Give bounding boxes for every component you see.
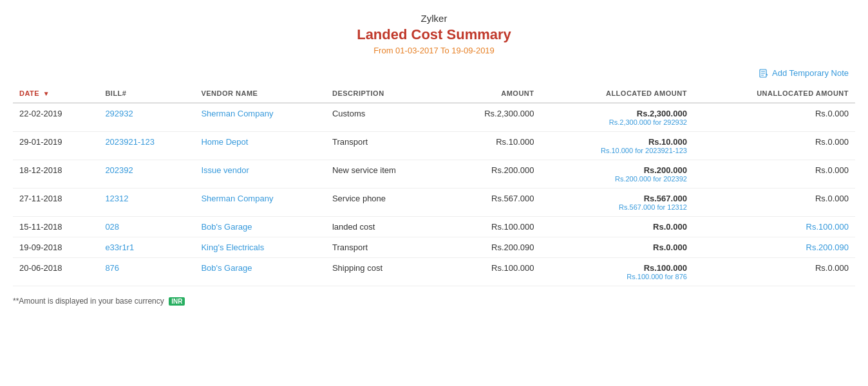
table-row: 19-09-2018e33r1r1King's ElectricalsTrans…	[13, 237, 855, 258]
org-name: Zylker	[13, 13, 855, 24]
allocated-main-value: Rs.10.000	[547, 137, 687, 147]
allocated-sub-value: Rs.10.000 for 2023921-123	[547, 147, 687, 154]
vendor-link[interactable]: Bob's Garage	[201, 222, 252, 232]
cell-allocated: Rs.0.000	[541, 217, 693, 237]
cell-vendor: Home Depot	[194, 132, 326, 160]
allocated-main-value: Rs.2,300.000	[547, 109, 687, 118]
allocated-main-value: Rs.0.000	[547, 222, 687, 232]
currency-badge: INR	[169, 297, 185, 306]
table-row: 15-11-2018028Bob's Garagelanded costRs.1…	[13, 217, 855, 237]
cell-bill: 202392	[99, 160, 194, 188]
cell-bill: 292932	[99, 103, 194, 132]
allocated-ref-link[interactable]: 12312	[667, 203, 687, 211]
bill-link[interactable]: e33r1r1	[105, 243, 134, 252]
cell-amount: Rs.200.090	[444, 237, 540, 258]
allocated-ref-link[interactable]: 876	[675, 273, 687, 280]
allocated-main-value: Rs.100.000	[547, 263, 687, 273]
cell-amount: Rs.567.000	[444, 188, 540, 217]
vendor-link[interactable]: Issue vendor	[201, 165, 249, 175]
table-row: 22-02-2019292932Sherman CompanyCustomsRs…	[13, 103, 855, 132]
cell-allocated: Rs.0.000	[541, 237, 693, 258]
cell-vendor: Sherman Company	[194, 188, 326, 217]
cell-bill: 2023921-123	[99, 132, 194, 160]
report-header: Zylker Landed Cost Summary From 01-03-20…	[13, 13, 855, 55]
cell-unallocated: Rs.100.000	[693, 217, 855, 237]
cell-unallocated: Rs.200.090	[693, 237, 855, 258]
cell-amount: Rs.100.000	[444, 258, 540, 286]
cell-bill: 028	[99, 217, 194, 237]
landed-cost-table: DATE ▼ BILL# VENDOR NAME DESCRIPTION AMO…	[13, 84, 855, 286]
cell-amount: Rs.2,300.000	[444, 103, 540, 132]
vendor-link[interactable]: Bob's Garage	[201, 263, 252, 273]
cell-unallocated: Rs.0.000	[693, 132, 855, 160]
allocated-sub-value: Rs.100.000 for 876	[547, 273, 687, 280]
cell-description: New service item	[326, 160, 444, 188]
cell-description: Service phone	[326, 188, 444, 217]
vendor-link[interactable]: Sherman Company	[201, 194, 273, 203]
cell-amount: Rs.10.000	[444, 132, 540, 160]
sort-arrow-icon: ▼	[43, 90, 50, 97]
cell-vendor: Issue vendor	[194, 160, 326, 188]
vendor-link[interactable]: King's Electricals	[201, 243, 264, 252]
cell-vendor: Bob's Garage	[194, 258, 326, 286]
cell-date: 22-02-2019	[13, 103, 99, 132]
col-bill: BILL#	[99, 84, 194, 103]
cell-date: 29-01-2019	[13, 132, 99, 160]
footnote: **Amount is displayed in your base curre…	[13, 297, 855, 306]
allocated-ref-link[interactable]: 2023921-123	[645, 147, 687, 154]
bill-link[interactable]: 202392	[105, 165, 133, 175]
cell-allocated: Rs.100.000Rs.100.000 for 876	[541, 258, 693, 286]
report-title: Landed Cost Summary	[13, 26, 855, 43]
bill-link[interactable]: 876	[105, 263, 119, 273]
cell-allocated: Rs.200.000Rs.200.000 for 202392	[541, 160, 693, 188]
allocated-sub-value: Rs.2,300.000 for 292932	[547, 118, 687, 126]
cell-bill: 12312	[99, 188, 194, 217]
footnote-text: **Amount is displayed in your base curre…	[13, 297, 164, 306]
col-description: DESCRIPTION	[326, 84, 444, 103]
add-temporary-note-button[interactable]: Add Temporary Note	[759, 68, 849, 78]
add-note-label: Add Temporary Note	[772, 68, 849, 78]
col-allocated: ALLOCATED AMOUNT	[541, 84, 693, 103]
cell-allocated: Rs.2,300.000Rs.2,300.000 for 292932	[541, 103, 693, 132]
cell-date: 19-09-2018	[13, 237, 99, 258]
cell-unallocated: Rs.0.000	[693, 258, 855, 286]
date-range: From 01-03-2017 To 19-09-2019	[13, 46, 855, 55]
table-row: 29-01-20192023921-123Home DepotTransport…	[13, 132, 855, 160]
cell-unallocated: Rs.0.000	[693, 188, 855, 217]
bill-link[interactable]: 12312	[105, 194, 128, 203]
table-header: DATE ▼ BILL# VENDOR NAME DESCRIPTION AMO…	[13, 84, 855, 103]
cell-date: 20-06-2018	[13, 258, 99, 286]
cell-description: Transport	[326, 132, 444, 160]
allocated-sub-value: Rs.567.000 for 12312	[547, 203, 687, 211]
cell-description: Shipping cost	[326, 258, 444, 286]
vendor-link[interactable]: Sherman Company	[201, 109, 273, 118]
col-date[interactable]: DATE ▼	[13, 84, 99, 103]
cell-description: Transport	[326, 237, 444, 258]
cell-unallocated: Rs.0.000	[693, 160, 855, 188]
cell-vendor: Bob's Garage	[194, 217, 326, 237]
cell-amount: Rs.200.000	[444, 160, 540, 188]
allocated-ref-link[interactable]: 202392	[663, 175, 687, 183]
col-unallocated: UNALLOCATED AMOUNT	[693, 84, 855, 103]
col-vendor: VENDOR NAME	[194, 84, 326, 103]
allocated-ref-link[interactable]: 292932	[663, 118, 687, 126]
table-row: 27-11-201812312Sherman CompanyService ph…	[13, 188, 855, 217]
col-amount: AMOUNT	[444, 84, 540, 103]
cell-vendor: King's Electricals	[194, 237, 326, 258]
note-icon	[759, 69, 768, 78]
cell-unallocated: Rs.0.000	[693, 103, 855, 132]
toolbar: Add Temporary Note	[13, 68, 855, 78]
bill-link[interactable]: 028	[105, 222, 119, 232]
bill-link[interactable]: 292932	[105, 109, 133, 118]
cell-description: Customs	[326, 103, 444, 132]
allocated-main-value: Rs.200.000	[547, 165, 687, 175]
allocated-sub-value: Rs.200.000 for 202392	[547, 175, 687, 183]
cell-allocated: Rs.567.000Rs.567.000 for 12312	[541, 188, 693, 217]
vendor-link[interactable]: Home Depot	[201, 137, 248, 147]
bill-link[interactable]: 2023921-123	[105, 137, 155, 147]
cell-date: 27-11-2018	[13, 188, 99, 217]
cell-bill: 876	[99, 258, 194, 286]
cell-bill: e33r1r1	[99, 237, 194, 258]
cell-description: landed cost	[326, 217, 444, 237]
allocated-main-value: Rs.0.000	[547, 243, 687, 252]
